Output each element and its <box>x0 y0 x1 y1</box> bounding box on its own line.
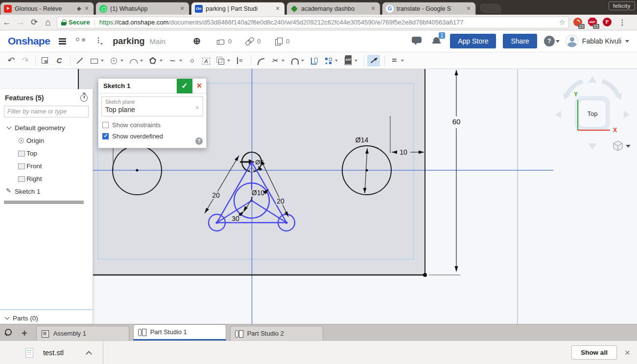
tool-dropdown-caret[interactable] <box>282 60 284 62</box>
feature-tree-row[interactable]: Sketch 1 <box>0 185 93 198</box>
back-button[interactable]: ← <box>0 18 14 27</box>
show-constraints-checkbox[interactable] <box>102 122 109 128</box>
toolbar-tool[interactable] <box>268 55 286 67</box>
create-version-icon[interactable] <box>93 36 103 46</box>
comments-icon[interactable] <box>412 36 423 46</box>
link-icon[interactable] <box>245 37 254 46</box>
versions-icon[interactable] <box>75 36 85 46</box>
clear-plane-icon[interactable] <box>195 104 199 112</box>
tab-audio-icon[interactable] <box>77 6 83 12</box>
circle-left-center[interactable] <box>136 169 139 172</box>
parts-section[interactable]: Parts (0) <box>0 312 93 324</box>
cancel-button[interactable] <box>192 79 206 93</box>
new-tab-button[interactable] <box>480 4 501 13</box>
document-tab[interactable]: Assembly 1 <box>36 326 129 341</box>
feature-tree-row[interactable]: Front <box>0 159 93 172</box>
parts-divider[interactable] <box>0 309 93 310</box>
tab-close-icon[interactable] <box>370 5 377 12</box>
help-caret-icon[interactable] <box>556 40 560 43</box>
help-icon[interactable] <box>544 36 555 46</box>
bookmark-star-icon[interactable] <box>559 18 566 27</box>
tool-dropdown-caret[interactable] <box>354 60 357 62</box>
dim-width-bottom[interactable]: 30 <box>232 215 239 223</box>
history-icon[interactable] <box>80 94 88 102</box>
browser-tab[interactable]: academany dashbo <box>286 2 380 15</box>
tab-close-icon[interactable] <box>83 5 90 12</box>
tab-close-icon[interactable] <box>274 5 281 12</box>
show-all-button[interactable]: Show all <box>571 345 617 360</box>
download-bar-close-icon[interactable] <box>625 347 630 358</box>
document-tab[interactable]: Part Studio 1 <box>133 324 226 341</box>
user-name[interactable]: Fablab Kivuli <box>582 37 621 45</box>
corner-vertex[interactable] <box>423 273 427 277</box>
forward-button[interactable]: → <box>14 18 27 27</box>
cube-face-label[interactable]: Top <box>588 110 598 117</box>
tool-dropdown-caret[interactable] <box>227 60 230 62</box>
public-globe-icon[interactable] <box>193 36 203 46</box>
browser-tab[interactable]: translate - Google S <box>382 2 476 15</box>
toolbar-tool[interactable] <box>146 55 165 67</box>
feature-tree-row[interactable]: Right <box>0 172 93 185</box>
tab-close-icon[interactable] <box>465 5 472 12</box>
dim-side-left[interactable]: 20 <box>212 191 220 199</box>
document-title[interactable]: parking <box>113 36 144 46</box>
home-button[interactable]: ⌂ <box>41 17 55 28</box>
onshape-logo[interactable]: Onshape <box>8 35 50 47</box>
dim-side-right[interactable]: 20 <box>277 197 284 205</box>
tool-dropdown-caret[interactable] <box>401 60 404 62</box>
toolbar-tool[interactable] <box>251 55 251 66</box>
user-caret-icon[interactable] <box>625 40 629 43</box>
toolbar-tool[interactable] <box>18 55 31 67</box>
toolbar-tool[interactable] <box>186 55 198 67</box>
show-constraints-row[interactable]: Show constraints <box>98 119 206 131</box>
tool-dropdown-caret[interactable] <box>140 60 143 62</box>
toolbar-tool[interactable] <box>322 55 340 67</box>
graphics-area[interactable]: 60 Ø14 10 Ø6 <box>0 69 637 324</box>
rotate-cw-arrow[interactable] <box>602 81 618 95</box>
toolbar-tool[interactable] <box>73 55 86 67</box>
tab-close-icon[interactable] <box>179 5 186 12</box>
dim-offset[interactable]: 10 <box>400 148 407 156</box>
app-store-button[interactable]: App Store <box>450 34 496 48</box>
adblock-icon[interactable]: 23 <box>588 17 598 28</box>
toolbar-tool[interactable] <box>70 55 71 66</box>
sketch-plane-value[interactable]: Top plane <box>105 106 200 114</box>
download-caret-icon[interactable] <box>86 350 91 355</box>
toolbar-tool[interactable] <box>88 55 106 67</box>
tool-dropdown-caret[interactable] <box>301 60 304 62</box>
toolbar-tool[interactable] <box>107 55 125 67</box>
search-tabs-icon[interactable] <box>4 328 16 338</box>
view-cube[interactable]: Top Y X <box>552 72 636 153</box>
toolbar-tool[interactable] <box>200 55 212 67</box>
copy-icon[interactable] <box>274 37 283 46</box>
dim-dia-center[interactable]: Ø10 <box>252 189 265 197</box>
download-item[interactable]: test.stl <box>0 348 91 358</box>
toolbar-tool[interactable] <box>234 55 246 67</box>
download-file-name[interactable]: test.stl <box>43 349 64 357</box>
toolbar-tool[interactable] <box>384 55 385 66</box>
feature-tree-row[interactable]: Default geometry <box>0 121 93 134</box>
like-icon[interactable] <box>216 37 225 46</box>
browser-tab[interactable]: (1) WhatsApp <box>95 2 189 15</box>
toolbar-tool[interactable] <box>35 55 36 66</box>
document-tab[interactable]: Part Studio 2 <box>230 326 323 341</box>
tool-dropdown-caret[interactable] <box>335 60 338 62</box>
pinterest-icon[interactable] <box>602 17 613 28</box>
avatar[interactable] <box>566 35 578 47</box>
feature-tree-row[interactable]: Origin <box>0 134 93 147</box>
rotate-left-arrow[interactable] <box>555 111 561 118</box>
tool-dropdown-caret[interactable] <box>160 60 163 62</box>
features-filter-input[interactable] <box>4 106 89 117</box>
browser-tab[interactable]: parking | Part Studi <box>191 2 285 15</box>
notifications-bell[interactable]: 1 <box>431 35 443 47</box>
tool-dropdown-caret[interactable] <box>101 60 104 62</box>
rotate-down-arrow[interactable] <box>588 143 597 150</box>
vertex-br[interactable] <box>285 221 287 224</box>
toolbar-tool[interactable] <box>53 55 66 67</box>
toolbar-tool[interactable] <box>388 55 406 67</box>
feature-tree-row[interactable]: Top <box>0 147 93 159</box>
rollback-bar[interactable] <box>4 201 84 204</box>
share-button[interactable]: Share <box>503 34 537 48</box>
workspace-name[interactable]: Main <box>149 37 165 46</box>
toolbar-tool[interactable] <box>288 55 306 67</box>
